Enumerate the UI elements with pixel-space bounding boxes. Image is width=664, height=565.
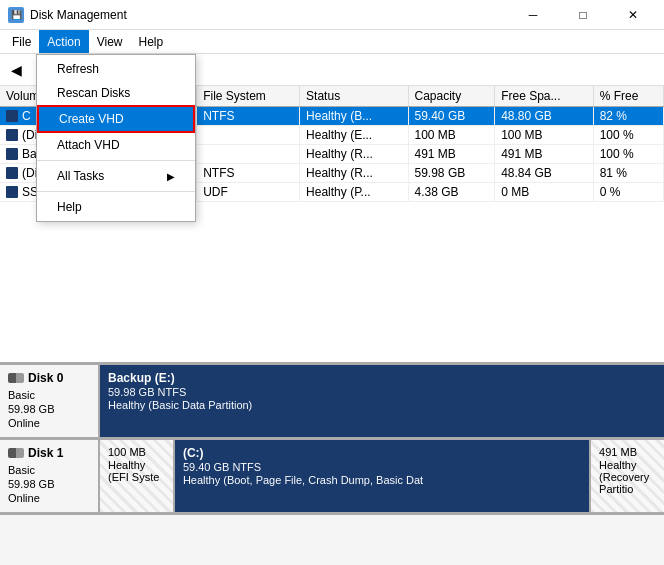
disk-partitions-1: 100 MBHealthy (EFI Syste(C:)59.40 GB NTF… bbox=[100, 440, 664, 512]
dropdown-createvhd[interactable]: Create VHD bbox=[37, 105, 195, 133]
cell-status: Healthy (E... bbox=[300, 126, 408, 145]
col-pct: % Free bbox=[593, 86, 663, 107]
cell-fs: NTFS bbox=[197, 107, 300, 126]
partition-0-0[interactable]: Backup (E:)59.98 GB NTFSHealthy (Basic D… bbox=[100, 365, 664, 437]
part-sub2: Healthy (Boot, Page File, Crash Dump, Ba… bbox=[183, 474, 581, 486]
cell-status: Healthy (R... bbox=[300, 164, 408, 183]
cell-fs: UDF bbox=[197, 183, 300, 202]
disk-row-0: Disk 0 Basic 59.98 GB Online Backup (E:)… bbox=[0, 365, 664, 440]
menu-bar: File Action View Help bbox=[0, 30, 664, 54]
cell-capacity: 59.98 GB bbox=[408, 164, 495, 183]
cell-free: 0 MB bbox=[495, 183, 593, 202]
part-label: Backup (E:) bbox=[108, 371, 656, 385]
cell-free: 48.84 GB bbox=[495, 164, 593, 183]
cell-free: 48.80 GB bbox=[495, 107, 593, 126]
part-label: 100 MB bbox=[108, 446, 165, 458]
col-free: Free Spa... bbox=[495, 86, 593, 107]
dropdown-sep2 bbox=[37, 191, 195, 192]
cell-fs bbox=[197, 126, 300, 145]
dropdown-attachvhd[interactable]: Attach VHD bbox=[37, 133, 195, 157]
col-fs: File System bbox=[197, 86, 300, 107]
part-sub: Healthy (EFI Syste bbox=[108, 459, 165, 483]
disk-status: Online bbox=[8, 492, 90, 504]
dropdown-refresh[interactable]: Refresh bbox=[37, 57, 195, 81]
dropdown-help[interactable]: Help bbox=[37, 195, 195, 219]
disk-type: Basic bbox=[8, 389, 90, 401]
cell-pct: 0 % bbox=[593, 183, 663, 202]
dropdown-alltasks[interactable]: All Tasks ▶ bbox=[37, 164, 195, 188]
cell-fs bbox=[197, 145, 300, 164]
disk-size: 59.98 GB bbox=[8, 478, 90, 490]
cell-status: Healthy (B... bbox=[300, 107, 408, 126]
disk-area: Disk 0 Basic 59.98 GB Online Backup (E:)… bbox=[0, 365, 664, 565]
cell-free: 491 MB bbox=[495, 145, 593, 164]
back-button[interactable]: ◀ bbox=[4, 58, 28, 82]
window-title: Disk Management bbox=[30, 8, 127, 22]
partition-1-0[interactable]: 100 MBHealthy (EFI Syste bbox=[100, 440, 175, 512]
cell-pct: 81 % bbox=[593, 164, 663, 183]
part-label: 491 MB bbox=[599, 446, 656, 458]
menu-help[interactable]: Help bbox=[131, 30, 172, 53]
cell-status: Healthy (P... bbox=[300, 183, 408, 202]
part-sub: 59.40 GB NTFS bbox=[183, 461, 581, 473]
cell-pct: 100 % bbox=[593, 145, 663, 164]
minimize-button[interactable]: ─ bbox=[510, 0, 556, 30]
all-tasks-label: All Tasks bbox=[57, 169, 104, 183]
partition-1-2[interactable]: 491 MBHealthy (Recovery Partitio bbox=[591, 440, 664, 512]
part-label: (C:) bbox=[183, 446, 581, 460]
disk-partitions-0: Backup (E:)59.98 GB NTFSHealthy (Basic D… bbox=[100, 365, 664, 437]
partition-1-1[interactable]: (C:)59.40 GB NTFSHealthy (Boot, Page Fil… bbox=[175, 440, 591, 512]
all-tasks-arrow: ▶ bbox=[167, 171, 175, 182]
menu-view[interactable]: View bbox=[89, 30, 131, 53]
part-sub: 59.98 GB NTFS bbox=[108, 386, 656, 398]
disk-name: Disk 1 bbox=[28, 446, 63, 460]
cell-capacity: 100 MB bbox=[408, 126, 495, 145]
disk-status: Online bbox=[8, 417, 90, 429]
maximize-button[interactable]: □ bbox=[560, 0, 606, 30]
cell-capacity: 491 MB bbox=[408, 145, 495, 164]
disk-row-1: Disk 1 Basic 59.98 GB Online 100 MBHealt… bbox=[0, 440, 664, 515]
action-dropdown: Refresh Rescan Disks Create VHD Attach V… bbox=[36, 54, 196, 222]
col-status: Status bbox=[300, 86, 408, 107]
disk-label-1: Disk 1 Basic 59.98 GB Online bbox=[0, 440, 100, 512]
app-icon: 💾 bbox=[8, 7, 24, 23]
cell-status: Healthy (R... bbox=[300, 145, 408, 164]
cell-pct: 82 % bbox=[593, 107, 663, 126]
dropdown-rescan[interactable]: Rescan Disks bbox=[37, 81, 195, 105]
disk-name: Disk 0 bbox=[28, 371, 63, 385]
disk-size: 59.98 GB bbox=[8, 403, 90, 415]
dropdown-sep1 bbox=[37, 160, 195, 161]
col-capacity: Capacity bbox=[408, 86, 495, 107]
cell-fs: NTFS bbox=[197, 164, 300, 183]
part-sub2: Healthy (Basic Data Partition) bbox=[108, 399, 656, 411]
window-controls: ─ □ ✕ bbox=[510, 0, 656, 30]
close-button[interactable]: ✕ bbox=[610, 0, 656, 30]
menu-action[interactable]: Action bbox=[39, 30, 88, 53]
cell-capacity: 59.40 GB bbox=[408, 107, 495, 126]
part-sub: Healthy (Recovery Partitio bbox=[599, 459, 656, 495]
menu-file[interactable]: File bbox=[4, 30, 39, 53]
disk-label-0: Disk 0 Basic 59.98 GB Online bbox=[0, 365, 100, 437]
disk-type: Basic bbox=[8, 464, 90, 476]
cell-free: 100 MB bbox=[495, 126, 593, 145]
title-bar: 💾 Disk Management ─ □ ✕ bbox=[0, 0, 664, 30]
cell-pct: 100 % bbox=[593, 126, 663, 145]
cell-capacity: 4.38 GB bbox=[408, 183, 495, 202]
